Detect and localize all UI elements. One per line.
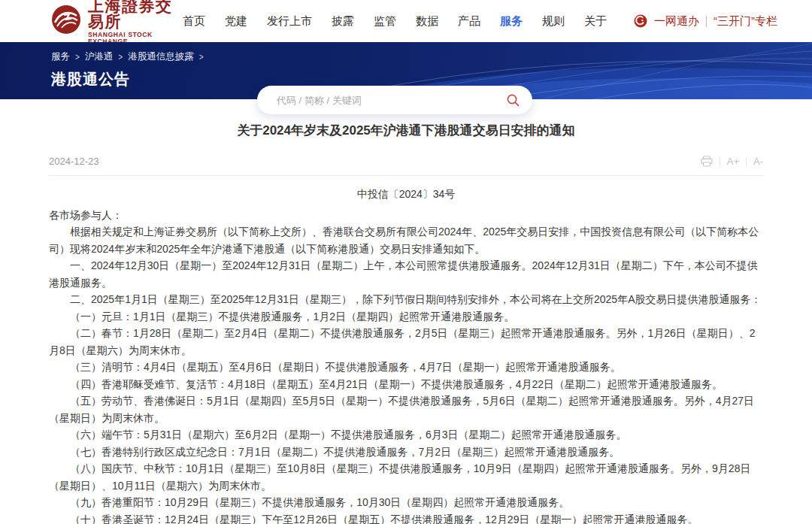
sse-logo-cn: 上海證券交易所 — [88, 0, 183, 29]
site-header: 上海證券交易所 SHANGHAI STOCK EXCHANGE 首页 党建 发行… — [0, 0, 812, 42]
main-nav: 首页 党建 发行上市 披露 监管 数据 产品 服务 规则 关于 — [183, 14, 607, 29]
search-bar — [257, 86, 532, 114]
nav-home[interactable]: 首页 — [183, 14, 205, 29]
nav-products[interactable]: 产品 — [458, 14, 480, 29]
document-number: 中投信〔2024〕34号 — [49, 186, 763, 203]
breadcrumb-separator: > — [199, 52, 204, 62]
tools-divider — [746, 157, 747, 166]
one-stop-service-icon — [634, 14, 647, 28]
breadcrumb-separator: > — [118, 52, 123, 62]
tools-divider — [720, 157, 720, 166]
paragraph-holiday-christmas: （十）香港圣诞节：12月24日（星期三）下午至12月26日（星期五）不提供港股通… — [49, 511, 763, 524]
link-three-open-doors-column[interactable]: “三开门”专栏 — [714, 14, 777, 29]
page: 上海證券交易所 SHANGHAI STOCK EXCHANGE 首页 党建 发行… — [0, 0, 812, 524]
paragraph-holiday-hksar: （七）香港特别行政区成立纪念日：7月1日（星期二）不提供港股通服务，7月2日（星… — [49, 444, 763, 461]
printer-icon — [701, 156, 713, 167]
meta-divider — [49, 175, 763, 176]
breadcrumb: 服务 > 沪港通 > 港股通信息披露 > — [51, 50, 812, 63]
search-button[interactable] — [506, 93, 520, 108]
paragraph-intro: 根据相关规定和上海证券交易所（以下简称上交所）、香港联合交易所有限公司2024年… — [49, 223, 763, 257]
quick-links-divider — [706, 16, 707, 27]
article-tools: A+ A- — [701, 156, 763, 167]
paragraph-holiday-newyear: （一）元旦：1月1日（星期三）不提供港股通服务，1月2日（星期四）起照常开通港股… — [49, 308, 763, 326]
paragraph-item-2: 二、2025年1月1日（星期三）至2025年12月31日（星期三），除下列节假日… — [49, 291, 763, 308]
breadcrumb-hk-connect[interactable]: 沪港通 — [85, 50, 114, 63]
breadcrumb-info-disclosure[interactable]: 港股通信息披露 — [128, 50, 194, 63]
sse-logo[interactable]: 上海證券交易所 SHANGHAI STOCK EXCHANGE — [51, 0, 183, 44]
paragraph-item-1: 一、2024年12月30日（星期一）至2024年12月31日（星期二）上午，本公… — [49, 257, 763, 291]
paragraph-holiday-springfestival: （二）春节：1月28日（星期二）至2月4日（星期二）不提供港股通服务，2月5日（… — [49, 325, 763, 359]
paragraph-holiday-national: （八）国庆节、中秋节：10月1日（星期三）至10月8日（星期三）不提供港股通服务… — [49, 460, 763, 494]
sse-logo-text: 上海證券交易所 SHANGHAI STOCK EXCHANGE — [88, 0, 183, 44]
font-smaller-button[interactable]: A- — [753, 156, 763, 167]
nav-rules[interactable]: 规则 — [542, 14, 565, 29]
nav-party[interactable]: 党建 — [225, 14, 247, 29]
quick-links: 一网通办 “三开门”专栏 — [634, 14, 777, 29]
paragraph-holiday-chungyeung: （九）香港重阳节：10月29日（星期三）不提供港股通服务，10月30日（星期四）… — [49, 494, 763, 511]
paragraph-salutation: 各市场参与人： — [49, 207, 763, 224]
nav-about[interactable]: 关于 — [584, 14, 607, 29]
paragraph-holiday-qingming: （三）清明节：4月4日（星期五）至4月6日（星期日）不提供港股通服务，4月7日（… — [49, 359, 763, 376]
font-larger-button[interactable]: A+ — [727, 156, 739, 167]
breadcrumb-services[interactable]: 服务 — [51, 50, 70, 63]
print-button[interactable] — [701, 156, 713, 167]
article-content: 关于2024年岁末及2025年沪港通下港股通交易日安排的通知 2024-12-2… — [0, 123, 812, 524]
paragraph-holiday-easter: （四）香港耶稣受难节、复活节：4月18日（星期五）至4月21日（星期一）不提供港… — [49, 376, 763, 393]
paragraph-holiday-dragonboat: （六）端午节：5月31日（星期六）至6月2日（星期一）不提供港股通服务，6月3日… — [49, 426, 763, 444]
nav-listing[interactable]: 发行上市 — [267, 14, 312, 29]
sse-logo-icon — [51, 5, 81, 38]
link-one-stop-service[interactable]: 一网通办 — [654, 14, 699, 29]
search-icon — [506, 93, 520, 108]
nav-disclosure[interactable]: 披露 — [332, 14, 354, 29]
paragraph-holiday-labour: （五）劳动节、香港佛诞日：5月1日（星期四）至5月5日（星期一）不提供港股通服务… — [49, 392, 763, 426]
nav-supervision[interactable]: 监管 — [374, 14, 396, 29]
nav-data[interactable]: 数据 — [416, 14, 438, 29]
breadcrumb-separator: > — [75, 52, 80, 62]
nav-services[interactable]: 服务 — [500, 14, 523, 29]
article-meta-row: 2024-12-23 A+ A- — [49, 155, 763, 168]
article-date: 2024-12-23 — [49, 156, 99, 167]
search-input[interactable] — [275, 94, 506, 107]
article-title: 关于2024年岁末及2025年沪港通下港股通交易日安排的通知 — [49, 123, 763, 139]
